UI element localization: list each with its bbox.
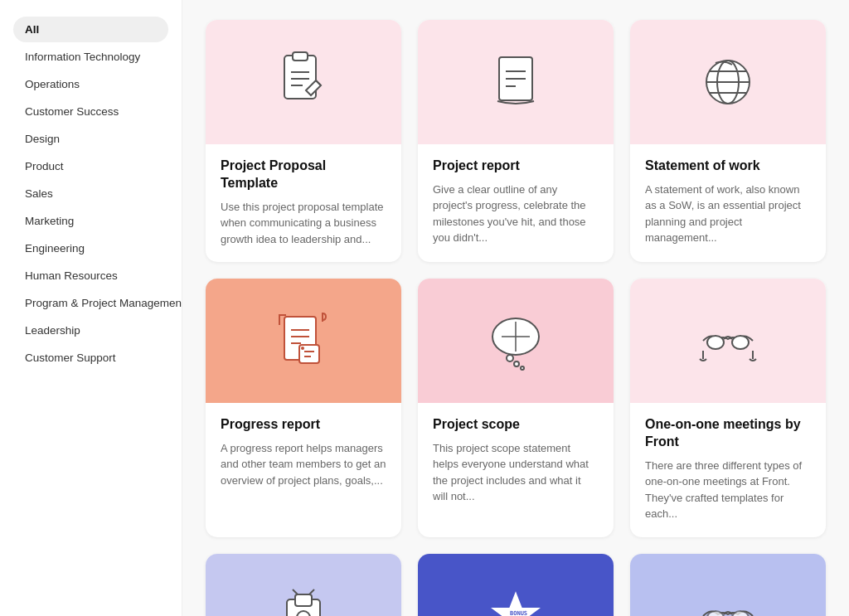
card-body-one-on-one: One-on-one meetings by FrontThere are th… [630, 403, 826, 537]
card-body-project-scope: Project scopeThis project scope statemen… [418, 403, 614, 537]
svg-rect-1 [293, 52, 308, 61]
sidebar-item-sales[interactable]: Sales [13, 181, 168, 206]
card-body-project-report: Project reportGive a clear outline of an… [418, 144, 614, 262]
card-banner-card-9 [630, 554, 826, 616]
card-body-progress-report: Progress reportA progress report helps m… [206, 403, 401, 537]
card-icon-star: BONUS PROGRAM [483, 583, 549, 616]
card-progress-report[interactable]: Progress reportA progress report helps m… [206, 279, 401, 537]
card-title-progress-report: Progress report [221, 416, 386, 434]
card-banner-statement-of-work [630, 20, 826, 144]
card-title-project-proposal: Project Proposal Template [221, 158, 386, 192]
card-desc-project-report: Give a clear outline of any project's pr… [433, 182, 599, 246]
card-body-statement-of-work: Statement of workA statement of work, al… [630, 144, 826, 262]
card-icon-book-tag [270, 308, 337, 374]
card-card-7[interactable] [206, 554, 401, 616]
card-banner-project-report [418, 20, 614, 144]
card-desc-progress-report: A progress report helps managers and oth… [221, 440, 386, 489]
sidebar-item-information-technology[interactable]: Information Technology [13, 44, 168, 70]
card-banner-project-proposal [206, 20, 401, 144]
card-desc-one-on-one: There are three different types of one-o… [645, 458, 811, 522]
svg-point-29 [707, 336, 724, 349]
card-desc-project-scope: This project scope statement helps every… [433, 440, 599, 505]
card-desc-project-proposal: Use this project proposal template when … [221, 199, 386, 248]
svg-point-26 [507, 355, 513, 361]
cards-grid: Project Proposal TemplateUse this projec… [206, 20, 826, 616]
card-icon-document [483, 49, 549, 115]
card-project-scope[interactable]: Project scopeThis project scope statemen… [418, 279, 614, 537]
sidebar: AllInformation TechnologyOperationsCusto… [0, 0, 182, 616]
sidebar-item-product[interactable]: Product [13, 153, 168, 179]
card-icon-clipboard [270, 49, 337, 115]
card-icon-thought-bubble [483, 308, 549, 374]
card-body-project-proposal: Project Proposal TemplateUse this projec… [206, 144, 401, 262]
svg-rect-34 [295, 594, 312, 606]
sidebar-item-program---project-management[interactable]: Program & Project Management [13, 290, 168, 316]
sidebar-item-customer-success[interactable]: Customer Success [13, 99, 168, 124]
main-content: Project Proposal TemplateUse this projec… [182, 0, 849, 616]
svg-text:BONUS: BONUS [510, 610, 527, 616]
card-banner-card-8: BONUS PROGRAM [418, 554, 614, 616]
card-desc-statement-of-work: A statement of work, also known as a SoW… [645, 182, 811, 246]
card-project-proposal[interactable]: Project Proposal TemplateUse this projec… [206, 20, 401, 262]
svg-point-22 [301, 347, 304, 350]
card-title-project-report: Project report [433, 158, 599, 175]
sidebar-item-all[interactable]: All [13, 17, 168, 42]
card-banner-project-scope [418, 279, 614, 403]
card-banner-one-on-one [630, 279, 826, 403]
svg-point-30 [732, 336, 749, 349]
card-title-project-scope: Project scope [433, 416, 599, 434]
card-banner-card-7 [206, 554, 401, 616]
sidebar-item-design[interactable]: Design [13, 126, 168, 152]
sidebar-item-human-resources[interactable]: Human Resources [13, 263, 168, 289]
card-icon-badge [270, 583, 337, 616]
card-title-statement-of-work: Statement of work [645, 158, 811, 175]
sidebar-item-marketing[interactable]: Marketing [13, 208, 168, 234]
card-title-one-on-one: One-on-one meetings by Front [645, 416, 811, 451]
card-card-9[interactable] [630, 554, 826, 616]
card-project-report[interactable]: Project reportGive a clear outline of an… [418, 20, 614, 262]
card-one-on-one[interactable]: One-on-one meetings by FrontThere are th… [630, 279, 826, 537]
card-banner-progress-report [206, 279, 401, 403]
card-statement-of-work[interactable]: Statement of workA statement of work, al… [630, 20, 826, 262]
svg-line-38 [309, 589, 314, 594]
sidebar-item-operations[interactable]: Operations [13, 71, 168, 97]
sidebar-item-engineering[interactable]: Engineering [13, 235, 168, 261]
svg-point-28 [521, 366, 524, 370]
svg-line-37 [293, 589, 298, 594]
svg-point-27 [514, 361, 519, 366]
card-icon-handshake [695, 308, 761, 374]
card-icon-handshake2 [695, 583, 761, 616]
sidebar-item-leadership[interactable]: Leadership [13, 318, 168, 343]
sidebar-item-customer-support[interactable]: Customer Support [13, 345, 168, 371]
card-card-8[interactable]: BONUS PROGRAM [418, 554, 614, 616]
card-icon-globe [695, 49, 761, 115]
